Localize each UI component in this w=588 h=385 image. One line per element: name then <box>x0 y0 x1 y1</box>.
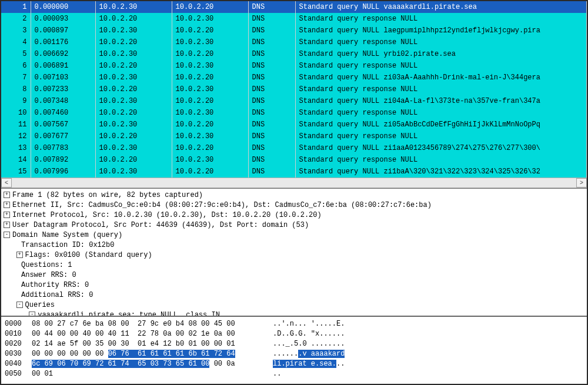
cell-proto: DNS <box>248 83 295 95</box>
dns-questions[interactable]: Questions: 1 <box>4 260 584 270</box>
expand-icon[interactable]: + <box>16 252 23 258</box>
tree-frame[interactable]: +Frame 1 (82 bytes on wire, 82 bytes cap… <box>4 190 584 200</box>
packet-row[interactable]: 40.00117610.0.2.2010.0.2.30DNSStandard q… <box>1 36 587 48</box>
bytes-ascii: .. <box>273 369 281 379</box>
packet-row[interactable]: 80.00723310.0.2.2010.0.2.30DNSStandard q… <box>1 83 587 95</box>
dns-flags[interactable]: +Flags: 0x0100 (Standard query) <box>4 250 584 260</box>
cell-no: 5 <box>1 48 31 60</box>
cell-info: Standard query response NULL <box>295 130 587 142</box>
bytes-hex: 02 14 ae 5f 00 35 00 30 01 e4 12 b0 01 0… <box>32 339 255 349</box>
cell-time: 0.001176 <box>31 36 95 48</box>
packet-row[interactable]: 100.00746010.0.2.2010.0.2.30DNSStandard … <box>1 107 587 119</box>
cell-no: 8 <box>1 83 31 95</box>
bytes-ascii: .......v aaaakard <box>273 349 345 359</box>
packet-row[interactable]: 70.00710310.0.2.3010.0.2.20DNSStandard q… <box>1 72 587 83</box>
cell-info: Standard query response NULL <box>295 36 587 48</box>
collapse-icon[interactable]: - <box>16 302 23 308</box>
scroll-left-button[interactable]: < <box>1 178 12 188</box>
dns-transaction-id[interactable]: Transaction ID: 0x12b0 <box>4 240 584 250</box>
bytes-ascii: li.pirat e.sea... <box>273 359 345 369</box>
packet-row[interactable]: 50.00669210.0.2.3010.0.2.20DNSStandard q… <box>1 48 587 60</box>
bytes-row[interactable]: 002002 14 ae 5f 00 35 00 30 01 e4 12 b0 … <box>5 339 583 349</box>
expand-icon[interactable]: + <box>4 192 10 198</box>
dns-summary: Domain Name System (query) <box>12 231 122 239</box>
packet-row[interactable]: 130.00778310.0.2.3010.0.2.20DNSStandard … <box>1 142 587 154</box>
expand-icon[interactable]: + <box>4 222 10 228</box>
packet-row[interactable]: 60.00689110.0.2.2010.0.2.30DNSStandard q… <box>1 60 587 72</box>
cell-src: 10.0.2.30 <box>95 48 172 60</box>
cell-no: 10 <box>1 107 31 119</box>
cell-time: 0.007996 <box>31 166 95 178</box>
cell-proto: DNS <box>248 154 295 166</box>
cell-no: 9 <box>1 95 31 107</box>
expand-icon[interactable]: + <box>4 202 10 208</box>
cell-dst: 10.0.2.30 <box>172 60 248 72</box>
packet-details-pane[interactable]: +Frame 1 (82 bytes on wire, 82 bytes cap… <box>1 188 587 316</box>
packet-row[interactable]: 150.00799610.0.2.3010.0.2.20DNSStandard … <box>1 166 587 178</box>
packet-bytes-pane[interactable]: 000008 00 27 c7 6e ba 08 00 27 9c e0 b4 … <box>1 316 587 384</box>
expand-icon[interactable]: + <box>4 212 10 218</box>
dns-queries[interactable]: -Queries <box>4 300 584 310</box>
cell-dst: 10.0.2.30 <box>172 36 248 48</box>
cell-no: 3 <box>1 25 31 36</box>
tree-dns[interactable]: -Domain Name System (query) <box>4 230 584 240</box>
horizontal-scrollbar[interactable]: < > <box>1 178 587 188</box>
bytes-offset: 0000 <box>5 319 32 329</box>
cell-no: 7 <box>1 72 31 83</box>
cell-time: 0.007233 <box>31 83 95 95</box>
bytes-row[interactable]: 005000 01.. <box>5 369 583 379</box>
query-line: vaaaakardli.pirate.sea: type NULL, class… <box>38 311 220 316</box>
tree-ethernet[interactable]: +Ethernet II, Src: CadmusCo_9c:e0:b4 (08… <box>4 200 584 210</box>
cell-time: 0.007567 <box>31 119 95 130</box>
cell-time: 0.007460 <box>31 107 95 119</box>
ethernet-summary: Ethernet II, Src: CadmusCo_9c:e0:b4 (08:… <box>12 201 432 209</box>
packet-table[interactable]: 10.00000010.0.2.3010.0.2.20DNSStandard q… <box>1 1 587 178</box>
cell-proto: DNS <box>248 1 295 13</box>
cell-dst: 10.0.2.20 <box>172 95 248 107</box>
cell-time: 0.007103 <box>31 72 95 83</box>
bytes-row[interactable]: 003000 00 00 00 00 00 06 76 61 61 61 61 … <box>5 349 583 359</box>
tree-ip[interactable]: +Internet Protocol, Src: 10.0.2.30 (10.0… <box>4 210 584 220</box>
packet-row[interactable]: 30.00089710.0.2.3010.0.2.20DNSStandard q… <box>1 25 587 36</box>
bytes-row[interactable]: 000008 00 27 c7 6e ba 08 00 27 9c e0 b4 … <box>5 319 583 329</box>
packet-row[interactable]: 20.00009310.0.2.2010.0.2.30DNSStandard q… <box>1 13 587 25</box>
tree-udp[interactable]: +User Datagram Protocol, Src Port: 44639… <box>4 220 584 230</box>
cell-info: Standard query NULL zi1baA\320\321\322\3… <box>295 166 587 178</box>
collapse-icon[interactable]: - <box>4 232 10 238</box>
dns-answer-rrs[interactable]: Answer RRS: 0 <box>4 270 584 280</box>
cell-src: 10.0.2.30 <box>95 72 172 83</box>
bytes-row[interactable]: 00406c 69 06 70 69 72 61 74 65 03 73 65 … <box>5 359 583 369</box>
packet-row[interactable]: 120.00767710.0.2.2010.0.2.30DNSStandard … <box>1 130 587 142</box>
dns-query-item[interactable]: -vaaaakardli.pirate.sea: type NULL, clas… <box>4 310 584 316</box>
dns-authority-rrs[interactable]: Authority RRS: 0 <box>4 280 584 290</box>
cell-src: 10.0.2.20 <box>95 60 172 72</box>
cell-dst: 10.0.2.20 <box>172 142 248 154</box>
scroll-track[interactable] <box>12 178 576 188</box>
cell-src: 10.0.2.20 <box>95 154 172 166</box>
packet-row[interactable]: 10.00000010.0.2.3010.0.2.20DNSStandard q… <box>1 1 587 13</box>
packet-row[interactable]: 90.00734810.0.2.3010.0.2.20DNSStandard q… <box>1 95 587 107</box>
cell-time: 0.000000 <box>31 1 95 13</box>
cell-time: 0.006692 <box>31 48 95 60</box>
packet-row[interactable]: 140.00789210.0.2.2010.0.2.30DNSStandard … <box>1 154 587 166</box>
cell-time: 0.007783 <box>31 142 95 154</box>
bytes-ascii: .D..G.G. "x...... <box>273 329 345 339</box>
cell-src: 10.0.2.30 <box>95 142 172 154</box>
cell-info: Standard query NULL zi03aA-Aaahhh-Drink-… <box>295 72 587 83</box>
cell-src: 10.0.2.30 <box>95 25 172 36</box>
bytes-offset: 0010 <box>5 329 32 339</box>
packet-row[interactable]: 110.00756710.0.2.3010.0.2.20DNSStandard … <box>1 119 587 130</box>
cell-proto: DNS <box>248 48 295 60</box>
scroll-right-button[interactable]: > <box>576 178 587 188</box>
cell-no: 2 <box>1 13 31 25</box>
packet-list-pane[interactable]: 10.00000010.0.2.3010.0.2.20DNSStandard q… <box>1 1 587 178</box>
cell-proto: DNS <box>248 13 295 25</box>
cell-no: 6 <box>1 60 31 72</box>
dns-additional-rrs[interactable]: Additional RRS: 0 <box>4 290 584 300</box>
cell-time: 0.006891 <box>31 60 95 72</box>
bytes-offset: 0040 <box>5 359 32 369</box>
bytes-row[interactable]: 001000 44 00 00 40 00 40 11 22 78 0a 00 … <box>5 329 583 339</box>
collapse-icon[interactable]: - <box>29 312 35 316</box>
cell-no: 11 <box>1 119 31 130</box>
cell-proto: DNS <box>248 36 295 48</box>
